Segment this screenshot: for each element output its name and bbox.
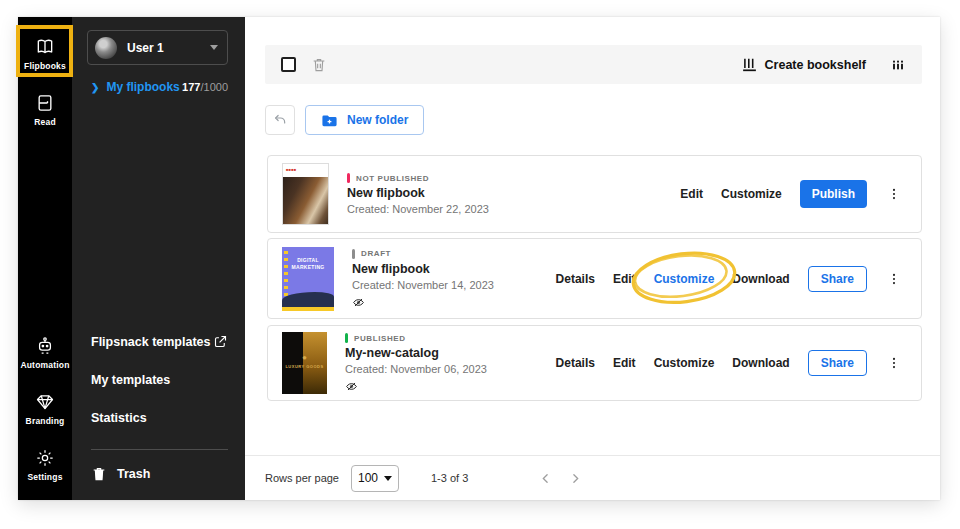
flipbook-title: My-new-catalog [345,346,487,360]
status-label: NOT PUBLISHED [356,174,429,183]
flipbook-limit: /1000 [200,81,228,93]
cover-band [282,307,334,311]
statistics-label: Statistics [91,411,147,425]
nav-read[interactable]: Read [18,85,72,135]
nav-flipbooks[interactable]: Flipbooks [18,29,72,79]
chevron-right-icon: ❯ [91,82,99,93]
edit-link[interactable]: Edit [680,187,703,201]
details-link[interactable]: Details [556,356,595,370]
flipbook-title: New flipbook [347,186,489,200]
chevron-down-icon [210,45,218,50]
more-options-button[interactable] [885,269,903,289]
nav-read-label: Read [34,117,56,127]
details-link[interactable]: Details [556,272,595,286]
nav-settings[interactable]: Settings [18,440,72,490]
cover-photo [283,177,328,225]
sidebar-item-my-templates[interactable]: My templates [91,373,228,387]
main-content: Create bookshelf New folder ■■■■ [245,17,940,500]
share-button[interactable]: Share [808,350,867,376]
row-actions: Details Edit Customize Download Share [556,350,903,376]
nav-automation-label: Automation [20,360,69,370]
customize-link[interactable]: Customize [654,356,715,370]
primary-nav-rail: Flipbooks Read Automation Branding Setti… [18,17,72,500]
status-label: DRAFT [361,249,391,258]
flipsnack-app-window: Flipbooks Read Automation Branding Setti… [18,17,940,500]
status-bar [345,333,348,343]
row-actions: Details Edit Customize Download Share [556,266,903,292]
chevron-left-icon [539,472,552,485]
folder-bar: New folder [265,105,424,135]
flipbook-cover-2[interactable]: DIGITAL MARKETING [282,247,334,311]
status-bar [352,249,355,259]
sidebar-item-trash[interactable]: Trash [91,466,228,482]
flipbook-meta: DRAFT New flipbook Created: November 14,… [352,249,494,309]
flipsnack-templates-label: Flipsnack templates [91,335,211,349]
user-avatar [95,37,117,59]
flipbook-quota: 177/1000 [182,81,228,93]
create-bookshelf-button[interactable]: Create bookshelf [741,56,866,73]
sidebar-divider [91,449,228,450]
rows-per-page-select[interactable]: 100 [351,465,399,492]
download-link[interactable]: Download [732,356,789,370]
reader-icon [35,93,55,113]
share-button[interactable]: Share [808,266,867,292]
chevron-down-icon [384,476,392,481]
grid-view-icon [890,57,906,73]
back-button[interactable] [265,105,295,135]
user-dropdown[interactable]: User 1 [87,30,228,65]
hidden-eye-off-icon [352,296,494,309]
flipbook-meta: NOT PUBLISHED New flipbook Created: Nove… [347,173,489,215]
kebab-icon [887,271,901,287]
delete-selected-button[interactable] [311,57,327,73]
trash-icon [311,57,327,73]
grid-view-button[interactable] [890,57,906,73]
previous-page-button[interactable] [534,467,556,489]
hidden-eye-off-icon [345,380,487,393]
status-bar [347,173,350,183]
next-page-button[interactable] [564,467,586,489]
customize-link[interactable]: Customize [654,272,715,286]
my-flipbooks-label: My flipbooks [106,80,179,94]
sidebar-item-my-flipbooks[interactable]: ❯ My flipbooks 177/1000 [91,80,228,94]
publish-button[interactable]: Publish [800,180,867,208]
gear-icon [35,448,55,468]
pagination-range: 1-3 of 3 [431,472,468,484]
more-options-button[interactable] [885,353,903,373]
cover-title-text: LUXURY GOODS [285,364,323,370]
select-all-checkbox[interactable] [281,57,296,72]
new-folder-button[interactable]: New folder [305,105,424,135]
trash-icon [91,466,107,482]
flipbook-cover-1[interactable]: ■■■■ [282,163,329,225]
flipbook-cover-3[interactable]: ✹ LUXURY GOODS [282,332,327,394]
list-toolbar: Create bookshelf [265,45,922,84]
edit-link[interactable]: Edit [613,356,636,370]
customize-link[interactable]: Customize [721,187,782,201]
more-options-button[interactable] [885,184,903,204]
nav-automation[interactable]: Automation [18,328,72,378]
flipbook-created-date: Created: November 14, 2023 [352,279,494,291]
workspace-sidebar: User 1 ❯ My flipbooks 177/1000 Flipsnack… [72,17,245,500]
folder-plus-icon [321,112,338,129]
flipbook-row-2: DIGITAL MARKETING DRAFT New flipbook Cre… [267,238,922,319]
my-templates-label: My templates [91,373,170,387]
gem-icon [35,392,55,412]
trash-label: Trash [117,467,150,481]
flipbook-row-1: ■■■■ NOT PUBLISHED New flipbook Created:… [267,155,922,233]
create-bookshelf-label: Create bookshelf [765,58,866,72]
sidebar-item-statistics[interactable]: Statistics [91,411,228,425]
flipbook-created-date: Created: November 22, 2023 [347,203,489,215]
cover-wave [282,292,334,307]
download-link[interactable]: Download [732,272,789,286]
row-actions: Edit Customize Publish [680,180,903,208]
customize-wrap: Customize [654,272,715,286]
flipbook-created-date: Created: November 06, 2023 [345,363,487,375]
sidebar-item-flipsnack-templates[interactable]: Flipsnack templates [91,334,228,349]
rows-per-page-value: 100 [358,471,378,485]
cover-title-text: DIGITAL MARKETING [282,257,334,272]
nav-branding[interactable]: Branding [18,384,72,434]
nav-flipbooks-label: Flipbooks [24,61,66,71]
flipbook-count: 177 [182,81,200,93]
edit-link[interactable]: Edit [613,272,636,286]
rows-per-page-label: Rows per page [265,472,339,484]
flipbook-row-3: ✹ LUXURY GOODS PUBLISHED My-new-catalog … [267,325,922,401]
